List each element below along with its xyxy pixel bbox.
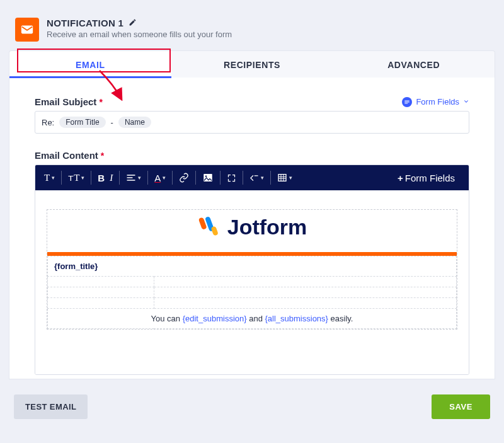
subject-chip-name[interactable]: Name (118, 117, 151, 128)
toolbar-separator (243, 171, 243, 185)
image-button[interactable] (202, 172, 214, 183)
tab-email[interactable]: EMAIL (9, 51, 171, 78)
subject-separator: - (111, 118, 113, 127)
required-mark: * (101, 151, 104, 161)
header: NOTIFICATION 1 Receive an email when som… (0, 0, 504, 50)
plus-icon: + (398, 173, 403, 183)
insert-form-fields-button[interactable]: + Form Fields (389, 168, 464, 188)
text-color-dropdown[interactable]: A▾ (154, 173, 166, 183)
table-dropdown[interactable]: ▾ (277, 173, 292, 183)
button-label: SAVE (449, 402, 472, 411)
svg-rect-1 (203, 174, 212, 181)
button-label: Form Fields (405, 173, 455, 183)
editor-toolbar: T▾ ᴛT▾ B I ▾ A▾ (35, 165, 469, 190)
tab-advanced[interactable]: ADVANCED (333, 51, 495, 78)
toolbar-separator (195, 171, 196, 185)
link-button[interactable] (179, 173, 189, 183)
toolbar-separator (220, 171, 220, 185)
toolbar-separator (270, 171, 271, 185)
toolbar-separator (91, 171, 91, 185)
footer-text: You can (151, 314, 183, 323)
toolbar-separator (61, 171, 62, 185)
toolbar-separator (172, 171, 173, 185)
form-title-token: {form_title} (48, 256, 457, 277)
source-code-dropdown[interactable]: ▾ (249, 173, 264, 183)
brand-logo-row: Jotform (47, 210, 457, 252)
tab-label: RECIPIENTS (224, 60, 280, 70)
editor-body[interactable]: Jotform {form_title} You can {edit_submi… (35, 190, 469, 374)
subject-chip-formtitle[interactable]: Form Title (59, 117, 105, 128)
tab-label: EMAIL (76, 60, 105, 70)
required-mark: * (99, 97, 102, 107)
tabs: EMAIL RECIPIENTS ADVANCED (9, 50, 495, 78)
italic-button[interactable]: I (110, 173, 113, 183)
email-content-editor: T▾ ᴛT▾ B I ▾ A▾ (35, 164, 469, 375)
template-table: {form_title} You can {edit_submission} a… (47, 256, 457, 329)
tab-label: ADVANCED (387, 60, 440, 70)
form-fields-dropdown[interactable]: Form Fields (402, 97, 469, 107)
email-settings-panel: Email Subject* Form Fields Re: Form Titl… (9, 78, 495, 379)
chevron-down-icon (463, 98, 469, 106)
template-footer: You can {edit_submission} and {all_submi… (48, 309, 457, 329)
email-content-label: Email Content (35, 150, 98, 161)
tab-recipients[interactable]: RECIPIENTS (171, 51, 333, 78)
footer-text: easily. (328, 314, 353, 323)
button-label: TEST EMAIL (25, 402, 76, 411)
subject-prefix: Re: (42, 118, 54, 127)
brand-name: Jotform (227, 215, 307, 239)
test-email-button[interactable]: TEST EMAIL (14, 394, 88, 419)
form-fields-label: Form Fields (416, 97, 459, 106)
paragraph-format-dropdown[interactable]: T▾ (44, 173, 55, 183)
footer-text: and (247, 314, 265, 323)
align-dropdown[interactable]: ▾ (126, 173, 141, 183)
jotform-logo-icon (197, 216, 221, 239)
email-subject-input[interactable]: Re: Form Title - Name (35, 111, 469, 134)
page-title: NOTIFICATION 1 (47, 18, 123, 28)
all-submissions-link[interactable]: {all_submissions} (265, 314, 328, 323)
toolbar-separator (119, 171, 120, 185)
notification-email-icon (15, 18, 39, 42)
save-button[interactable]: SAVE (432, 394, 490, 419)
edit-submission-link[interactable]: {edit_submission} (183, 314, 247, 323)
form-fields-badge-icon (402, 97, 412, 107)
chip-label: Name (125, 118, 145, 127)
email-subject-label: Email Subject (35, 96, 96, 107)
footer: TEST EMAIL SAVE (0, 379, 504, 434)
chip-label: Form Title (66, 118, 99, 127)
bold-button[interactable]: B (98, 173, 105, 183)
fullscreen-button[interactable] (227, 173, 236, 183)
svg-rect-3 (278, 175, 286, 181)
edit-title-icon[interactable] (129, 18, 137, 28)
page-subtitle: Receive an email when someone fills out … (47, 30, 232, 39)
svg-point-2 (205, 176, 207, 177)
toolbar-separator (147, 171, 148, 185)
font-size-dropdown[interactable]: ᴛT▾ (68, 172, 84, 183)
